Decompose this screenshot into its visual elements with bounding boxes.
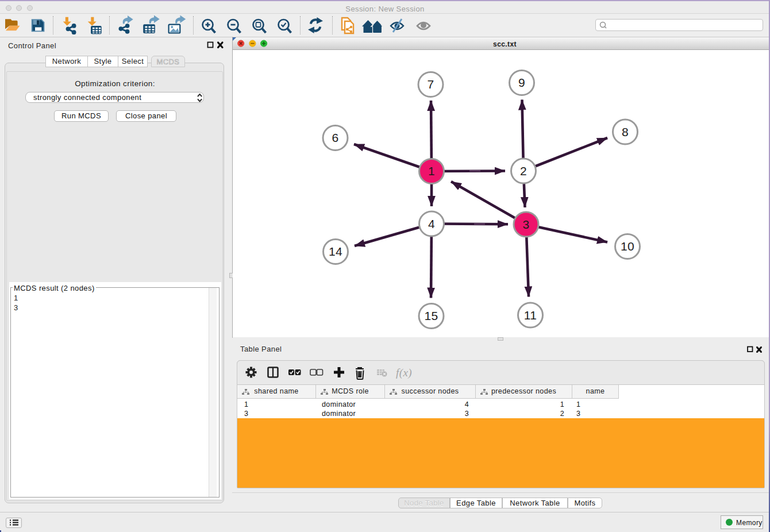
svg-text:3: 3 <box>522 218 529 231</box>
svg-text:15: 15 <box>424 309 438 322</box>
svg-text:6: 6 <box>332 131 338 144</box>
svg-text:9: 9 <box>518 76 525 89</box>
svg-text:2: 2 <box>520 164 527 178</box>
svg-text:11: 11 <box>524 309 537 322</box>
svg-text:f(x): f(x) <box>396 367 412 379</box>
svg-text:14: 14 <box>329 245 342 258</box>
svg-text:8: 8 <box>622 125 629 138</box>
svg-text:4: 4 <box>428 217 435 230</box>
svg-text:1: 1 <box>428 164 435 178</box>
svg-text:7: 7 <box>427 78 434 91</box>
svg-text:10: 10 <box>621 240 634 253</box>
